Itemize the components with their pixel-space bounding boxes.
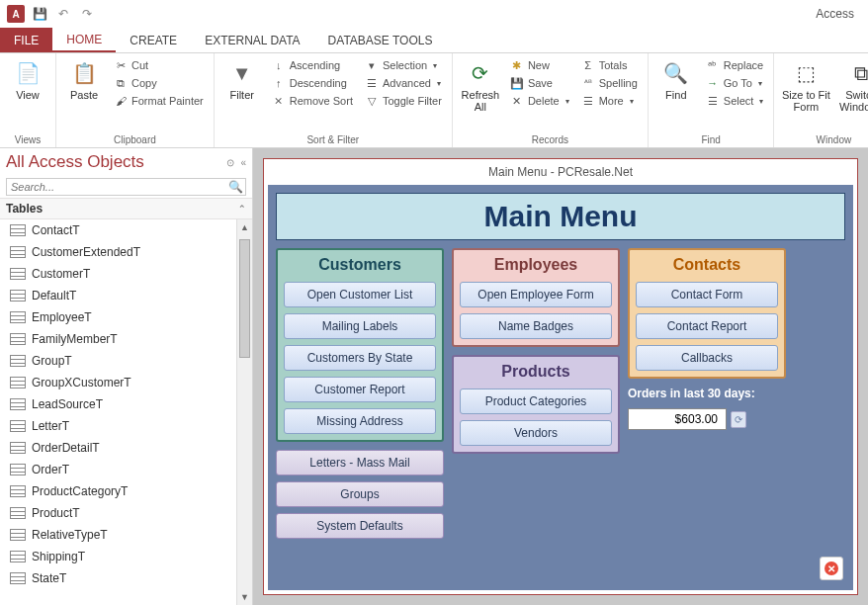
nav-table-item[interactable]: ProductCategoryT xyxy=(0,480,236,502)
customer-button[interactable]: Customers By State xyxy=(284,345,436,371)
search-icon[interactable]: 🔍 xyxy=(225,179,245,195)
close-button[interactable]: ✕ xyxy=(820,557,843,580)
nav-group-tables[interactable]: Tables ⌃ xyxy=(0,198,252,219)
form-caption: Main Menu - PCResale.Net xyxy=(268,163,853,185)
table-icon xyxy=(10,290,26,302)
qat-redo-icon[interactable]: ↷ xyxy=(77,4,97,24)
extra-button[interactable]: Groups xyxy=(276,481,444,507)
toggle-icon: ▽ xyxy=(365,94,379,108)
table-icon xyxy=(10,355,26,367)
customer-button[interactable]: Mailing Labels xyxy=(284,313,436,339)
nav-table-item[interactable]: EmployeeT xyxy=(0,306,236,328)
filter-button[interactable]: ▼ Filter xyxy=(220,55,264,101)
group-sort-filter: ▼ Filter ↓Ascending ↑Descending ⨯Remove … xyxy=(215,53,453,147)
nav-table-item[interactable]: ProductT xyxy=(0,502,236,524)
save-record-button[interactable]: 💾Save xyxy=(506,75,573,91)
selection-button[interactable]: ▾Selection▾ xyxy=(361,57,446,73)
paste-button[interactable]: 📋 Paste xyxy=(62,55,106,101)
remove-sort-button[interactable]: ⨯Remove Sort xyxy=(268,93,357,109)
customer-button[interactable]: Missing Address xyxy=(284,408,436,434)
toggle-label: Toggle Filter xyxy=(383,95,442,107)
replace-button[interactable]: ᵃᵇReplace xyxy=(702,57,768,73)
tab-database-tools[interactable]: DATABASE TOOLS xyxy=(314,28,447,52)
asc-icon: ↓ xyxy=(272,58,286,72)
nav-table-item[interactable]: CustomerExtendedT xyxy=(0,241,236,263)
nav-table-item[interactable]: OrderT xyxy=(0,459,236,480)
totals-icon: Σ xyxy=(581,58,595,72)
nav-table-item[interactable]: GroupXCustomerT xyxy=(0,372,236,393)
nav-table-item[interactable]: FamilyMemberT xyxy=(0,328,236,350)
nav-table-item[interactable]: LetterT xyxy=(0,415,236,437)
scroll-down-icon[interactable]: ▼ xyxy=(237,589,252,605)
collapse-icon[interactable]: ⌃ xyxy=(238,204,246,214)
nav-table-item[interactable]: StateT xyxy=(0,567,236,589)
size-to-fit-button[interactable]: ⬚ Size to Fit Form xyxy=(780,55,831,113)
product-button[interactable]: Product Categories xyxy=(460,389,612,414)
customer-button[interactable]: Customer Report xyxy=(284,377,436,402)
totals-button[interactable]: ΣTotals xyxy=(577,57,642,73)
extra-button[interactable]: System Defaults xyxy=(276,513,444,539)
search-input[interactable] xyxy=(7,179,225,195)
descending-button[interactable]: ↑Descending xyxy=(268,75,357,91)
tab-home[interactable]: HOME xyxy=(52,28,116,52)
nav-table-item[interactable]: DefaultT xyxy=(0,285,236,306)
employee-button[interactable]: Open Employee Form xyxy=(460,282,612,307)
goto-label: Go To xyxy=(724,77,752,89)
save-label: Save xyxy=(528,77,553,89)
extra-button[interactable]: Letters - Mass Mail xyxy=(276,450,444,475)
table-icon xyxy=(10,572,26,584)
view-button[interactable]: 📄 View xyxy=(6,55,49,101)
nav-group-label: Tables xyxy=(6,202,238,216)
tab-external-data[interactable]: EXTERNAL DATA xyxy=(191,28,313,52)
nav-header[interactable]: All Access Objects ⊙ « xyxy=(0,148,252,176)
customer-button[interactable]: Open Customer List xyxy=(284,282,436,307)
painter-icon: 🖌 xyxy=(114,94,128,108)
nav-table-item[interactable]: RelativeTypeT xyxy=(0,524,236,546)
nav-table-item[interactable]: LeadSourceT xyxy=(0,393,236,415)
product-button[interactable]: Vendors xyxy=(460,420,612,446)
more-button[interactable]: ☰More▾ xyxy=(577,93,642,109)
nav-table-item[interactable]: GroupT xyxy=(0,350,236,372)
nav-menu-icon[interactable]: ⊙ xyxy=(226,157,234,168)
cut-button[interactable]: ✂Cut xyxy=(110,57,208,73)
select-button[interactable]: ☰Select▾ xyxy=(702,93,768,109)
ascending-button[interactable]: ↓Ascending xyxy=(268,57,357,73)
contact-button[interactable]: Callbacks xyxy=(636,345,778,371)
find-button[interactable]: 🔍 Find xyxy=(654,55,698,101)
nav-table-item[interactable]: OrderDetailT xyxy=(0,437,236,459)
products-panel: Products Product CategoriesVendors xyxy=(452,355,620,454)
table-name: ContactT xyxy=(32,223,80,237)
spelling-button[interactable]: ᴬᴮSpelling xyxy=(577,75,642,91)
nav-collapse-icon[interactable]: « xyxy=(240,157,246,168)
employee-button[interactable]: Name Badges xyxy=(460,313,612,339)
advanced-button[interactable]: ☰Advanced▾ xyxy=(361,75,446,91)
table-name: LeadSourceT xyxy=(32,397,103,411)
qat-save-icon[interactable]: 💾 xyxy=(30,4,49,24)
nav-search[interactable]: 🔍 xyxy=(6,178,246,196)
scroll-thumb[interactable] xyxy=(239,239,250,358)
table-name: EmployeeT xyxy=(32,310,92,324)
switch-windows-button[interactable]: ⧉ Switch Windows xyxy=(835,55,868,113)
copy-button[interactable]: ⧉Copy xyxy=(110,75,208,91)
new-button[interactable]: ✱New xyxy=(506,57,573,73)
tab-create[interactable]: CREATE xyxy=(116,28,191,52)
nav-table-item[interactable]: ContactT xyxy=(0,219,236,241)
contact-button[interactable]: Contact Form xyxy=(636,282,778,307)
nav-table-item[interactable]: CustomerT xyxy=(0,263,236,285)
table-icon xyxy=(10,464,26,475)
delete-button[interactable]: ✕Delete▾ xyxy=(506,93,573,109)
refresh-button[interactable]: ⟳ Refresh All xyxy=(459,55,502,113)
form-window: Main Menu - PCResale.Net Main Menu Custo… xyxy=(263,158,858,595)
tab-file[interactable]: FILE xyxy=(0,28,52,52)
contact-button[interactable]: Contact Report xyxy=(636,313,778,339)
main-menu-header: Main Menu xyxy=(276,193,845,240)
toggle-filter-button[interactable]: ▽Toggle Filter xyxy=(361,93,446,109)
scroll-up-icon[interactable]: ▲ xyxy=(237,219,252,235)
goto-button[interactable]: →Go To▾ xyxy=(702,75,768,91)
nav-scrollbar[interactable]: ▲ ▼ xyxy=(236,219,252,605)
nav-table-item[interactable]: ShippingT xyxy=(0,546,236,567)
format-painter-button[interactable]: 🖌Format Painter xyxy=(110,93,208,109)
group-clipboard: 📋 Paste ✂Cut ⧉Copy 🖌Format Painter Clipb… xyxy=(56,53,215,147)
qat-undo-icon[interactable]: ↶ xyxy=(53,4,73,24)
orders-refresh-icon[interactable]: ⟳ xyxy=(731,411,746,428)
